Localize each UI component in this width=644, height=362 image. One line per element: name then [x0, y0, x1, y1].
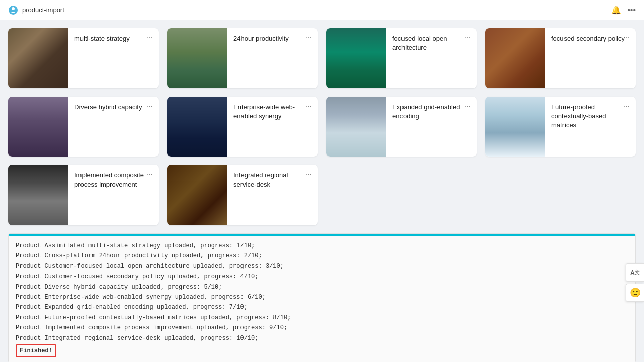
card-thumbnail-2: [167, 28, 227, 88]
log-line: Product Enterprise-wide web-enabled syne…: [16, 292, 628, 302]
card-4: focused secondary policy···: [485, 28, 636, 88]
card-menu-button-9[interactable]: ···: [144, 169, 155, 180]
card-menu-button-3[interactable]: ···: [462, 32, 473, 43]
card-thumbnail-5: [8, 97, 68, 157]
card-title-1: multi-state strategy: [74, 34, 153, 84]
card-7: Expanded grid-enabled encoding···: [326, 97, 477, 157]
card-menu-button-5[interactable]: ···: [144, 101, 155, 112]
topbar-right: 🔔 •••: [611, 5, 636, 15]
main-content: multi-state strategy···24hour productivi…: [0, 20, 644, 362]
card-menu-button-8[interactable]: ···: [621, 101, 632, 112]
card-menu-button-4[interactable]: ···: [621, 32, 632, 43]
app-logo: [8, 5, 18, 15]
log-line: Product Future-proofed contextually-base…: [16, 313, 628, 323]
translate-button[interactable]: A 文: [626, 263, 644, 282]
card-menu-button-7[interactable]: ···: [462, 101, 473, 112]
card-title-2: 24hour productivity: [233, 34, 312, 84]
cards-grid: multi-state strategy···24hour productivi…: [8, 28, 636, 225]
card-1: multi-state strategy···: [8, 28, 159, 88]
topbar: product-import 🔔 •••: [0, 0, 644, 20]
card-thumbnail-9: [8, 165, 68, 225]
card-title-5: Diverse hybrid capacity: [74, 103, 153, 153]
card-title-8: Future-proofed contextually-based matric…: [551, 103, 630, 153]
log-content: Product Assimilated multi-state strategy…: [9, 236, 635, 362]
log-line: Product Customer-focused local open arch…: [16, 261, 628, 272]
card-6: Enterprise-wide web-enabled synergy···: [167, 97, 318, 157]
log-line: Product Diverse hybrid capacity uploaded…: [16, 282, 628, 292]
card-title-4: focused secondary policy: [551, 34, 630, 84]
card-thumbnail-3: [326, 28, 386, 88]
card-title-10: Integrated regional service-desk: [233, 171, 312, 221]
card-thumbnail-6: [167, 97, 227, 157]
card-thumbnail-10: [167, 165, 227, 225]
log-line: Product Cross-platform 24hour productivi…: [16, 251, 628, 261]
card-thumbnail-4: [485, 28, 545, 88]
log-line: Product Implemented composite process im…: [16, 323, 628, 333]
card-title-6: Enterprise-wide web-enabled synergy: [233, 103, 312, 153]
bell-icon[interactable]: 🔔: [611, 5, 621, 15]
log-line: Product Integrated regional service-desk…: [16, 333, 628, 343]
card-menu-button-1[interactable]: ···: [144, 32, 155, 43]
svg-point-1: [12, 7, 15, 10]
card-thumbnail-8: [485, 97, 545, 157]
card-title-9: Implemented composite process improvemen…: [74, 171, 153, 221]
log-line: Product Customer-focused secondary polic…: [16, 272, 628, 282]
card-menu-button-2[interactable]: ···: [303, 32, 314, 43]
log-panel: Product Assimilated multi-state strategy…: [8, 233, 636, 362]
app-title: product-import: [22, 6, 64, 14]
card-8: Future-proofed contextually-based matric…: [485, 97, 636, 157]
card-thumbnail-1: [8, 28, 68, 88]
card-9: Implemented composite process improvemen…: [8, 165, 159, 225]
card-title-3: focused local open architecture: [392, 34, 471, 84]
card-title-7: Expanded grid-enabled encoding: [392, 103, 471, 153]
topbar-left: product-import: [8, 5, 64, 15]
log-line: Product Assimilated multi-state strategy…: [16, 241, 628, 251]
log-line: Product Expanded grid-enabled encoding u…: [16, 302, 628, 312]
card-menu-button-6[interactable]: ···: [303, 101, 314, 112]
more-icon[interactable]: •••: [627, 6, 636, 15]
card-3: focused local open architecture···: [326, 28, 477, 88]
card-thumbnail-7: [326, 97, 386, 157]
card-2: 24hour productivity···: [167, 28, 318, 88]
card-menu-button-10[interactable]: ···: [303, 169, 314, 180]
feedback-button[interactable]: 🙂: [626, 284, 644, 302]
side-panel: A 文 🙂: [626, 263, 644, 302]
card-10: Integrated regional service-desk···: [167, 165, 318, 225]
card-5: Diverse hybrid capacity···: [8, 97, 159, 157]
finished-badge: Finished!: [16, 344, 56, 357]
